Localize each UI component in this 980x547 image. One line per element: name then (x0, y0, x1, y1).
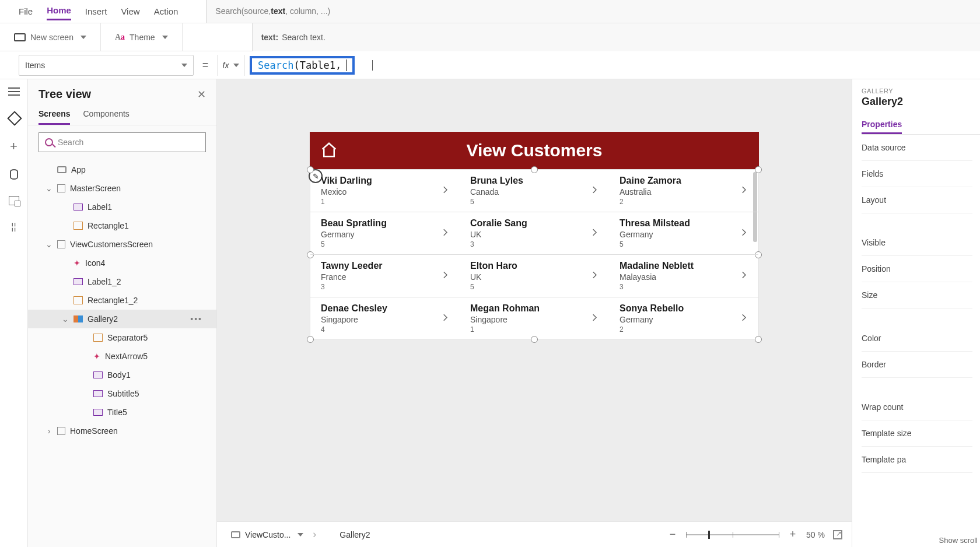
property-visible[interactable]: Visible (862, 230, 972, 256)
item-subtitle: Germany (620, 230, 748, 239)
expand-icon[interactable]: ⌄ (46, 184, 52, 193)
tree-tab-screens[interactable]: Screens (38, 104, 70, 125)
tree-node-viewcustomersscreen[interactable]: ⌄ViewCustomersScreen (28, 235, 216, 254)
tree-node-app[interactable]: App (28, 160, 216, 179)
media-icon[interactable] (9, 196, 19, 205)
gallery-control[interactable]: ✎ Viki DarlingMexico1Bruna LylesCanada5D… (310, 169, 759, 340)
label-icon (93, 409, 103, 416)
property-fields[interactable]: Fields (862, 161, 972, 187)
next-arrow-icon[interactable] (589, 313, 600, 325)
breadcrumb-control[interactable]: Gallery2 (321, 528, 374, 542)
gallery-item[interactable]: Beau SpratlingGermany5 (310, 212, 460, 254)
tree-node-separator5[interactable]: Separator5 (28, 328, 216, 347)
tree-node-gallery2[interactable]: ⌄Gallery2••• (28, 310, 216, 328)
gallery-item[interactable]: Tawny LeederFrance3 (310, 254, 460, 297)
gallery-item[interactable]: Bruna LylesCanada5 (460, 170, 609, 212)
theme-button[interactable]: Aa Theme (101, 23, 183, 51)
tree-node-title5[interactable]: Title5 (28, 403, 216, 422)
gallery-item[interactable]: Denae ChesleySingapore4 (310, 297, 460, 339)
close-icon[interactable]: ✕ (197, 88, 206, 101)
next-arrow-icon[interactable] (589, 227, 600, 240)
item-body: 3 (620, 283, 748, 291)
zoom-slider[interactable] (686, 534, 779, 535)
menu-tab-home[interactable]: Home (47, 2, 71, 20)
properties-tab[interactable]: Properties (862, 116, 902, 134)
menu-tab-action[interactable]: Action (154, 3, 178, 20)
property-selector[interactable]: Items (19, 55, 194, 76)
next-arrow-icon[interactable] (440, 185, 450, 197)
next-arrow-icon[interactable] (440, 313, 450, 325)
gallery-item[interactable]: Daine ZamoraAustralia2 (609, 170, 758, 212)
breadcrumb-screen-label: ViewCusto... (245, 530, 290, 539)
item-title: Sonya Rebello (620, 303, 748, 314)
gallery-icon (326, 531, 335, 538)
property-position[interactable]: Position (862, 256, 972, 282)
next-arrow-icon[interactable] (589, 185, 600, 197)
tools-icon[interactable]: ¦¦ (11, 222, 16, 232)
tree-node-label1_2[interactable]: Label1_2 (28, 272, 216, 291)
item-subtitle: Mexico (321, 187, 449, 197)
properties-title: Gallery2 (862, 96, 980, 108)
tree-node-homescreen[interactable]: ›HomeScreen (28, 422, 216, 440)
tree-node-body1[interactable]: Body1 (28, 366, 216, 384)
next-arrow-icon[interactable] (440, 270, 450, 282)
tree-node-nextarrow5[interactable]: ✦NextArrow5 (28, 347, 216, 366)
zoom-in-button[interactable]: + (788, 528, 798, 541)
data-icon[interactable] (10, 169, 18, 180)
insert-icon[interactable]: + (10, 140, 18, 153)
tree-node-masterscreen[interactable]: ⌄MasterScreen (28, 179, 216, 198)
item-subtitle: Singapore (470, 315, 598, 324)
tree-tab-components[interactable]: Components (83, 104, 129, 125)
gallery-item[interactable]: Sonya RebelloGermany2 (609, 297, 758, 339)
menu-tab-insert[interactable]: Insert (85, 3, 107, 20)
gallery-item[interactable]: Madaline NeblettMalayasia3 (609, 254, 758, 297)
item-title: Coralie Sang (470, 218, 598, 229)
tree-view-icon[interactable] (8, 112, 20, 124)
properties-panel: GALLERY Gallery2 Properties Data sourceF… (852, 79, 980, 547)
property-wrap-count[interactable]: Wrap count (862, 394, 972, 420)
next-arrow-icon[interactable] (589, 270, 600, 282)
gallery-item[interactable]: Thresa MilsteadGermany5 (609, 212, 758, 254)
property-color[interactable]: Color (862, 325, 972, 352)
gallery-item[interactable]: Elton HaroUK5 (460, 254, 609, 297)
next-arrow-icon[interactable] (738, 270, 749, 282)
tree-node-rectangle1_2[interactable]: Rectangle1_2 (28, 291, 216, 310)
next-arrow-icon[interactable] (738, 185, 749, 197)
gallery-item[interactable]: Coralie SangUK3 (460, 212, 609, 254)
property-template-pa[interactable]: Template pa (862, 447, 972, 473)
home-icon[interactable] (320, 141, 338, 160)
tree-node-icon4[interactable]: ✦Icon4 (28, 254, 216, 272)
next-arrow-icon[interactable] (738, 313, 749, 325)
hamburger-icon[interactable] (8, 87, 20, 96)
property-data-source[interactable]: Data source (862, 135, 972, 161)
expand-icon[interactable]: ⌄ (46, 240, 52, 249)
formula-input[interactable]: Search(Table1, (245, 55, 980, 76)
item-subtitle: Malayasia (620, 272, 748, 282)
gallery-item[interactable]: Megan RohmanSingapore1 (460, 297, 609, 339)
expand-icon[interactable]: › (46, 426, 52, 436)
tree-node-rectangle1[interactable]: Rectangle1 (28, 216, 216, 235)
node-menu-icon[interactable]: ••• (190, 314, 202, 324)
chevron-down-icon (181, 64, 187, 67)
menu-tab-file[interactable]: File (19, 3, 33, 20)
next-arrow-icon[interactable] (738, 227, 749, 240)
property-border[interactable]: Border (862, 352, 972, 378)
tree-nodes[interactable]: App⌄MasterScreenLabel1Rectangle1⌄ViewCus… (28, 159, 216, 547)
breadcrumb-screen[interactable]: ViewCusto... (226, 528, 308, 542)
expand-icon[interactable]: ⌄ (62, 314, 69, 324)
fx-button[interactable]: fx (217, 55, 245, 76)
tree-search-input[interactable]: Search (38, 132, 206, 152)
zoom-out-button[interactable]: − (667, 528, 678, 541)
menu-tab-view[interactable]: View (121, 3, 139, 20)
property-template-size[interactable]: Template size (862, 420, 972, 447)
fullscreen-icon[interactable] (833, 530, 842, 539)
gallery-item[interactable]: Viki DarlingMexico1 (310, 170, 460, 212)
property-layout[interactable]: Layout (862, 187, 972, 213)
tree-node-label: App (71, 165, 86, 174)
new-screen-button[interactable]: New screen (0, 23, 101, 51)
property-size[interactable]: Size (862, 282, 972, 308)
tree-node-label1[interactable]: Label1 (28, 198, 216, 216)
chevron-down-icon (233, 64, 239, 67)
next-arrow-icon[interactable] (440, 227, 450, 240)
tree-node-subtitle5[interactable]: Subtitle5 (28, 384, 216, 403)
